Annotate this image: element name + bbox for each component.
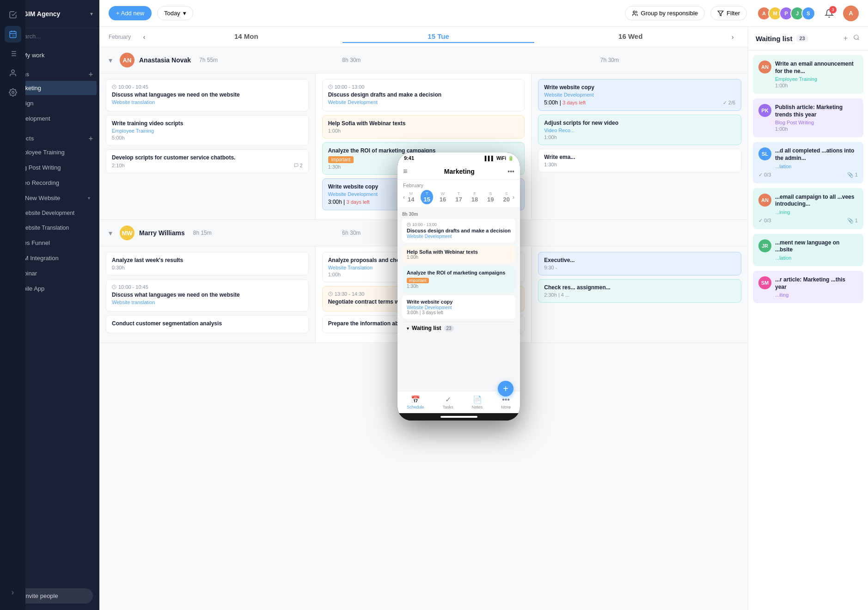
mobile-day-19[interactable]: S 19 bbox=[484, 190, 496, 204]
mobile-task[interactable]: Write website copy Website Development 3… bbox=[402, 295, 515, 319]
mobile-fab-button[interactable]: + bbox=[498, 381, 513, 396]
task-project: Website Development bbox=[328, 99, 519, 105]
mobile-nav-tasks[interactable]: ✓ Tasks bbox=[443, 395, 453, 409]
today-button[interactable]: Today ▾ bbox=[157, 6, 193, 20]
mobile-day-14[interactable]: M 14 bbox=[405, 190, 417, 204]
days-left: 3 days left bbox=[562, 100, 586, 105]
task-card[interactable]: 10:00 - 13:00 Discuss design drafts and … bbox=[322, 79, 525, 111]
org-chevron-icon: ▾ bbox=[90, 11, 93, 17]
mobile-task-title: Write website copy bbox=[407, 299, 511, 305]
task-project: Website translation bbox=[112, 299, 303, 305]
add-waiting-button[interactable]: + bbox=[843, 33, 849, 43]
calendar-month: February bbox=[109, 34, 138, 40]
waiting-card[interactable]: AN ...email campaign to all ...vees intr… bbox=[753, 188, 863, 229]
list-sidebar-icon[interactable] bbox=[5, 45, 21, 62]
waiting-card[interactable]: AN Write an email announcement for the n… bbox=[753, 55, 863, 94]
task-card[interactable]: 10:00 - 10:45 Discuss what languages we … bbox=[106, 279, 309, 311]
waiting-card[interactable]: JR ...ment new language on ...bsite ...l… bbox=[753, 234, 863, 266]
task-card[interactable]: Analyze last week's results 0:30h bbox=[106, 252, 309, 275]
add-team-button[interactable]: + bbox=[89, 70, 93, 79]
task-checks: ✓ 2/6 bbox=[723, 100, 735, 106]
mobile-task[interactable]: Analyze the ROI of marketing campaigns i… bbox=[402, 266, 515, 293]
mobile-task[interactable]: 10:00 - 13:00 Discuss design drafts and … bbox=[402, 219, 515, 243]
wc-info: Publish article: Marketing trends this y… bbox=[775, 104, 858, 132]
collapse-marry-button[interactable]: ▾ bbox=[109, 229, 112, 238]
mobile-content: 8h 30m 10:00 - 13:00 Discuss design draf… bbox=[397, 207, 520, 391]
gear-sidebar-icon[interactable] bbox=[5, 84, 21, 101]
task-title: Develop scripts for customer service cha… bbox=[112, 154, 303, 161]
search-waiting-button[interactable] bbox=[852, 33, 861, 43]
mobile-day-18[interactable]: F 18 bbox=[469, 190, 481, 204]
wc-title: ...ment new language on ...bsite bbox=[775, 239, 858, 254]
anastasia-hours-16: 7h 30m bbox=[600, 57, 619, 63]
mobile-next-btn[interactable]: › bbox=[513, 194, 514, 201]
filter-icon bbox=[717, 10, 724, 17]
task-card[interactable]: Develop scripts for customer service cha… bbox=[106, 149, 309, 173]
mobile-day-17[interactable]: T 17 bbox=[452, 190, 465, 204]
add-new-button[interactable]: + Add new bbox=[109, 6, 152, 20]
mobile-menu-icon[interactable]: ≡ bbox=[403, 167, 407, 176]
svg-point-36 bbox=[12, 70, 14, 73]
marry-tasks-14: Analyze last week's results 0:30h 10:00 … bbox=[99, 246, 316, 342]
mobile-nav-notes[interactable]: 📄 Notes bbox=[472, 395, 483, 409]
group-icon bbox=[632, 10, 638, 17]
mobile-day-15[interactable]: T 15 bbox=[421, 190, 433, 204]
task-project: Employee Training bbox=[112, 128, 303, 134]
svg-text:31: 31 bbox=[12, 34, 15, 37]
checkbox-icon[interactable] bbox=[5, 6, 21, 23]
task-card-teal[interactable]: Check res... assignmen... 2:30h | 4 ... bbox=[538, 279, 741, 303]
mobile-nav-schedule[interactable]: 📅 Schedule bbox=[407, 395, 424, 409]
collapse-sidebar-button[interactable]: › bbox=[5, 584, 21, 601]
waiting-card[interactable]: PK Publish article: Marketing trends thi… bbox=[753, 98, 863, 137]
mobile-more-icon[interactable]: ••• bbox=[507, 168, 514, 175]
user-avatar[interactable]: A bbox=[843, 6, 859, 21]
prev-week-button[interactable]: ‹ bbox=[138, 31, 150, 43]
task-card-teal[interactable]: Adjust scripts for new video Video Reco.… bbox=[538, 115, 741, 145]
mobile-task-title: Analyze the ROI of marketing campaigns bbox=[407, 270, 511, 275]
notification-badge: 3 bbox=[829, 6, 837, 13]
task-time: 10:00 - 10:45 bbox=[112, 284, 303, 290]
calendar-sidebar-icon[interactable]: 31 bbox=[5, 26, 21, 43]
day-14: 14 Mon bbox=[150, 30, 342, 43]
marry-hours-15: 6h 30m bbox=[342, 230, 361, 236]
mobile-day-20[interactable]: S 20 bbox=[501, 190, 513, 204]
task-card-orange[interactable]: Help Sofia with Webinar texts 1:00h bbox=[322, 115, 525, 139]
add-project-button[interactable]: + bbox=[89, 134, 93, 143]
group-by-button[interactable]: Group by responsible bbox=[625, 6, 705, 20]
anastasia-hours-15: 8h 30m bbox=[342, 57, 361, 63]
mobile-waiting-title: Waiting list bbox=[412, 325, 441, 331]
waiting-card-row: PK Publish article: Marketing trends thi… bbox=[758, 104, 858, 132]
wc-title: Write an email announcement for the ne..… bbox=[775, 61, 858, 75]
task-card[interactable]: Conduct customer segmentation analysis bbox=[106, 315, 309, 333]
anastasia-tasks-14: 10:00 - 10:45 Discuss what languages we … bbox=[99, 73, 316, 220]
waiting-card[interactable]: SM ...r article: Marketing ...this year … bbox=[753, 271, 863, 303]
collapse-anastasia-button[interactable]: ▾ bbox=[109, 56, 112, 65]
task-card[interactable]: Write training video scripts Employee Tr… bbox=[106, 115, 309, 146]
waiting-card[interactable]: SL ...d all completed ...ations into the… bbox=[753, 142, 863, 183]
task-card[interactable]: Write ema... 1:30h bbox=[538, 149, 741, 172]
task-title: Analyze last week's results bbox=[112, 257, 303, 263]
toolbar: + Add new Today ▾ Group by responsible F… bbox=[99, 0, 868, 27]
mobile-nav-more[interactable]: ••• More bbox=[501, 396, 511, 409]
wc-project: ...iting bbox=[775, 292, 858, 298]
task-card[interactable]: 10:00 - 10:45 Discuss what languages we … bbox=[106, 79, 309, 111]
task-card-blue[interactable]: Executive... 9:30 - bbox=[538, 252, 741, 275]
next-week-button[interactable]: › bbox=[727, 31, 739, 43]
mobile-day-list: M 14 T 15 W 16 T 17 F 18 bbox=[405, 190, 513, 204]
wc-footer: ✓ 0/3 📎 1 bbox=[758, 218, 858, 224]
mobile-day-16[interactable]: W 16 bbox=[437, 190, 449, 204]
mobile-task[interactable]: Help Sofia with Webinar texts 1:00h bbox=[402, 245, 515, 263]
anastasia-hours-grid: 8h 30m 7h 30m bbox=[222, 57, 739, 63]
svg-marker-17 bbox=[718, 11, 723, 16]
waiting-card-row: AN Write an email announcement for the n… bbox=[758, 61, 858, 88]
person-sidebar-icon[interactable] bbox=[5, 65, 21, 81]
task-card-blue[interactable]: Write website copy Website Development 5… bbox=[538, 79, 741, 111]
wc-footer: ✓ 0/3 📎 1 bbox=[758, 172, 858, 178]
filter-button[interactable]: Filter bbox=[710, 6, 747, 20]
task-project: Video Reco... bbox=[544, 128, 735, 133]
notification-button[interactable]: 3 bbox=[821, 5, 837, 22]
team-avatars[interactable]: A M P J S bbox=[757, 6, 815, 20]
marry-hours-14: 8h 15m bbox=[193, 230, 212, 236]
mobile-important-badge: important bbox=[407, 278, 429, 283]
mobile-waiting-header: ▾ Waiting list 23 bbox=[402, 322, 515, 334]
